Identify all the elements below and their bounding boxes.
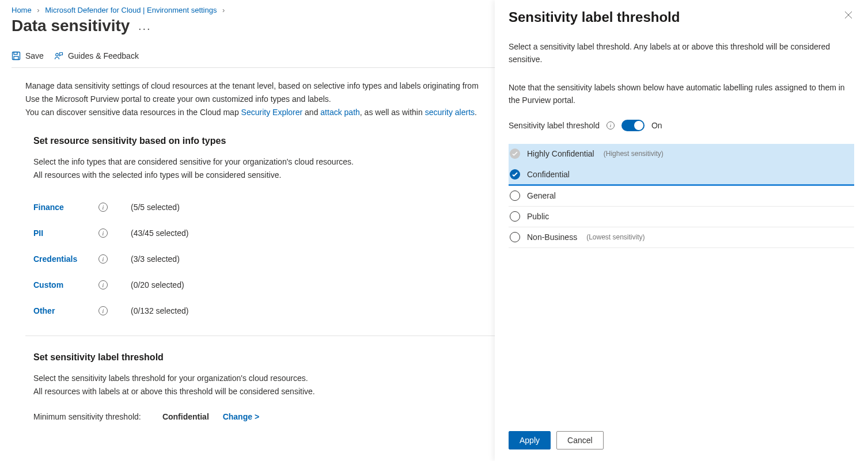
info-icon[interactable]: i — [98, 203, 108, 212]
label-option-non-business[interactable]: Non-Business (Lowest sensitivity) — [509, 227, 854, 248]
save-button[interactable]: Save — [12, 51, 44, 60]
toggle-label: Sensitivity label threshold — [509, 121, 600, 130]
breadcrumb-env-settings[interactable]: Microsoft Defender for Cloud | Environme… — [45, 6, 217, 14]
page-title: Data sensitivity — [12, 17, 130, 35]
change-threshold-link[interactable]: Change > — [223, 412, 259, 421]
info-icon[interactable]: i — [98, 228, 108, 238]
person-feedback-icon — [54, 51, 63, 60]
info-type-count: (43/45 selected) — [131, 228, 188, 238]
panel-p1: Select a sensitivity label threshold. An… — [509, 40, 854, 66]
threshold-toggle-row: Sensitivity label threshold i On — [509, 120, 854, 131]
info-type-finance-link[interactable]: Finance — [33, 203, 98, 212]
label-hint: (Highest sensitivity) — [604, 150, 664, 158]
label-hint: (Lowest sensitivity) — [586, 233, 645, 241]
info-icon[interactable]: i — [98, 306, 108, 315]
svg-rect-1 — [14, 52, 17, 55]
toggle-state: On — [651, 121, 662, 130]
label-name: Confidential — [527, 170, 570, 179]
guides-label: Guides & Feedback — [68, 51, 139, 60]
save-icon — [12, 51, 21, 60]
panel-p2: Note that the sensitivity labels shown b… — [509, 81, 854, 107]
panel-title: Sensitivity label threshold — [509, 9, 680, 25]
panel-body: Select a sensitivity label threshold. An… — [495, 25, 868, 422]
check-circle-icon — [510, 169, 520, 180]
apply-button[interactable]: Apply — [509, 431, 551, 449]
label-option-highly-confidential[interactable]: Highly Confidential (Highest sensitivity… — [509, 144, 854, 165]
label-name: Non-Business — [527, 233, 577, 242]
chevron-right-icon: › — [37, 6, 39, 14]
close-button[interactable] — [843, 9, 854, 21]
min-threshold-value: Confidential — [162, 412, 209, 421]
save-label: Save — [25, 51, 44, 60]
info-icon[interactable]: i — [98, 280, 108, 289]
radio-unchecked-icon — [510, 232, 520, 242]
sensitivity-threshold-panel: Sensitivity label threshold Select a sen… — [495, 0, 868, 461]
panel-footer: Apply Cancel — [495, 422, 868, 461]
info-type-custom-link[interactable]: Custom — [33, 280, 98, 289]
radio-unchecked-icon — [510, 211, 520, 222]
info-type-count: (0/132 selected) — [131, 306, 188, 315]
security-alerts-link[interactable]: security alerts — [425, 108, 475, 117]
check-circle-icon — [510, 148, 520, 159]
more-actions-button[interactable]: ··· — [138, 22, 151, 35]
info-type-count: (0/20 selected) — [131, 280, 184, 289]
info-icon[interactable]: i — [98, 254, 108, 264]
min-threshold-label: Minimum sensitivity threshold: — [33, 412, 160, 421]
guides-feedback-button[interactable]: Guides & Feedback — [54, 51, 139, 60]
radio-unchecked-icon — [510, 191, 520, 201]
info-type-count: (3/3 selected) — [131, 254, 180, 264]
panel-header: Sensitivity label threshold — [495, 0, 868, 25]
chevron-right-icon: › — [222, 6, 225, 14]
label-option-confidential[interactable]: Confidential — [509, 165, 854, 186]
info-icon[interactable]: i — [607, 121, 615, 129]
svg-rect-2 — [14, 56, 18, 60]
info-type-count: (5/5 selected) — [131, 203, 180, 212]
label-name: Highly Confidential — [527, 149, 594, 158]
label-option-general[interactable]: General — [509, 186, 854, 207]
threshold-toggle[interactable] — [621, 120, 645, 131]
info-type-other-link[interactable]: Other — [33, 306, 98, 315]
label-name: General — [527, 191, 556, 200]
label-name: Public — [527, 212, 549, 221]
label-list: Highly Confidential (Highest sensitivity… — [509, 144, 854, 248]
label-option-public[interactable]: Public — [509, 207, 854, 227]
attack-path-link[interactable]: attack path — [320, 108, 360, 117]
info-type-credentials-link[interactable]: Credentials — [33, 254, 98, 264]
security-explorer-link[interactable]: Security Explorer — [241, 108, 303, 117]
cancel-button[interactable]: Cancel — [556, 431, 604, 449]
breadcrumb-home[interactable]: Home — [12, 6, 32, 14]
close-icon — [844, 11, 852, 19]
svg-point-3 — [56, 54, 59, 56]
info-type-pii-link[interactable]: PII — [33, 228, 98, 238]
